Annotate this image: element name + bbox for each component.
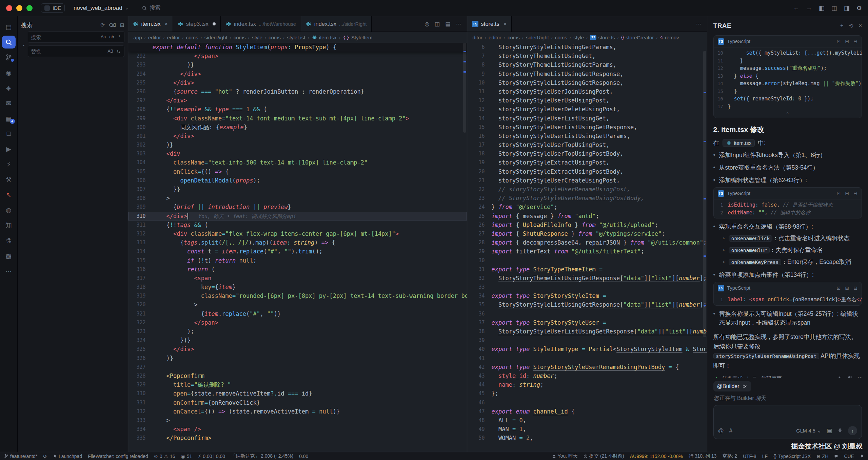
tab-index-tsx-hotwarehouse[interactable]: index.tsx .../hotWarehouse — [221, 16, 301, 32]
code-line[interactable]: 45}; — [467, 389, 707, 398]
code-changes-label[interactable]: 代码变更 — [761, 375, 782, 378]
code-line[interactable]: 15 } — [714, 88, 862, 95]
split-editor-icon[interactable]: ◫ — [435, 21, 440, 27]
code-line[interactable]: 306 openDetailModal(props); — [128, 176, 467, 185]
code-line[interactable]: 26import { UploadFileInfo } from "@/util… — [467, 221, 707, 229]
forward-button[interactable]: → — [806, 4, 812, 12]
code-line[interactable]: 296 {source === "hot" ? renderJoinButton… — [128, 87, 467, 96]
sidebar-item-tools[interactable]: ⚒ — [2, 173, 16, 186]
breadcrumb-item[interactable]: coms — [234, 35, 246, 40]
code-line[interactable]: 18 StoryStoryStyleUserTopUsingPostBody, — [467, 149, 707, 158]
problems-status[interactable]: ⊘0 ⚠16 — [154, 454, 175, 459]
code-line[interactable]: 318 key={item} — [128, 283, 467, 291]
sidebar-item-debug[interactable]: ◈ — [2, 81, 16, 94]
collapse-icon[interactable]: ⌃ — [714, 112, 862, 118]
comments-status[interactable] — [834, 454, 838, 458]
code-line[interactable]: 310 </div>You, 昨天 • feat: 调试好文风部分api — [128, 212, 467, 221]
code-line[interactable]: 39 — [467, 336, 707, 345]
code-line[interactable]: 42export type StoryStoryStyleUserRenameU… — [467, 363, 707, 371]
encoding-status[interactable]: UTF-8 — [743, 454, 756, 459]
match-case-toggle[interactable]: Aa — [100, 34, 107, 40]
editor-2[interactable]: 6 StoryStoryStyleListUsingGetParams,7 st… — [467, 43, 707, 452]
trae-conversation[interactable]: TS TypeScript ⊡ ⊞ ⊟ 10 set({ myStyleList… — [713, 33, 862, 378]
code-line[interactable]: 13 storyStoryStyleUserDeleteUsingPost, — [467, 105, 707, 114]
close-icon[interactable]: × — [859, 23, 862, 29]
code-line[interactable]: 292 </span> — [128, 52, 467, 60]
code-line[interactable]: 10 StoryStoryStyleListUsingGetResponse, — [467, 78, 707, 87]
sidebar-item-test[interactable]: ⚗ — [2, 234, 16, 247]
code-line[interactable]: 317 <span — [128, 274, 467, 283]
editor-1[interactable]: export default function StyleItem(props:… — [128, 43, 467, 452]
notifications-status[interactable] — [860, 454, 864, 458]
minimize-window-button[interactable] — [16, 5, 22, 11]
code-line[interactable]: 334 <span /> — [128, 425, 467, 434]
breadcrumb-item[interactable]: editor — [489, 35, 501, 40]
code-line[interactable]: 14 storyStoryStyleUserListUsingGet, — [467, 114, 707, 123]
builder-mode-chip[interactable]: @Builder — [713, 381, 751, 391]
close-icon[interactable]: × — [164, 21, 167, 27]
code-line[interactable]: 323 ); — [128, 327, 467, 336]
zoom-window-button[interactable] — [26, 5, 33, 11]
indentation-status[interactable]: 空格: 2 — [722, 453, 737, 459]
sidebar-item-run[interactable]: ▶ — [2, 142, 16, 155]
code-line[interactable]: 327 — [128, 363, 467, 371]
code-line[interactable]: 10 set({ myStyleList: [...get().myStyleL… — [714, 49, 862, 57]
code-line[interactable]: 315 if (!t) return null; — [128, 256, 467, 265]
file-chip[interactable]: item.tsx — [723, 139, 755, 147]
breadcrumb-item[interactable]: coms — [508, 35, 520, 40]
code-line[interactable]: 31export type StoryTypeThemeItem = — [467, 265, 707, 274]
chat-composer[interactable]: @ # GLM-4.5 ⌄ ▣ ↑ — [713, 405, 862, 439]
code-line[interactable]: 13 } else { — [714, 72, 862, 80]
code-line[interactable]: 302 )} — [128, 140, 467, 149]
code-line[interactable]: 38 StoryStoryStyleUserListUsingGetRespon… — [467, 327, 707, 336]
code-line[interactable]: 40export type StyleItemType = Partial<St… — [467, 345, 707, 353]
code-line[interactable]: 308 > — [128, 194, 467, 203]
search-input[interactable] — [31, 34, 98, 40]
code-line[interactable]: 33 — [467, 283, 707, 291]
code-line[interactable]: 27import { ShutuResponse } from "@/typin… — [467, 229, 707, 238]
code-line[interactable]: 333 > — [128, 416, 467, 425]
collapse-all-icon[interactable]: ⊟ — [120, 22, 124, 28]
breadcrumb-item[interactable]: coms — [269, 35, 281, 40]
code-area[interactable]: 292 </span>293 )}294 </div>295 </div>296… — [128, 52, 467, 452]
close-window-button[interactable] — [6, 5, 12, 11]
code-line[interactable]: 311 {!!tags && ( — [128, 221, 467, 229]
code-line[interactable]: 6 StoryStoryStyleListUsingGetParams, — [467, 43, 707, 52]
code-line[interactable]: 11 } — [714, 57, 862, 65]
open-in-editor-icon[interactable]: ⊟ — [853, 191, 857, 196]
code-line[interactable]: 335 </Popconfirm> — [128, 434, 467, 442]
eol-status[interactable]: LF — [762, 454, 768, 459]
open-in-editor-icon[interactable]: ⊟ — [853, 39, 857, 44]
tab-step3-tsx[interactable]: step3.tsx — [173, 16, 221, 32]
sidebar-item-power[interactable]: ⚡ — [2, 158, 16, 171]
code-line[interactable]: 312 <div className="flex flex-wrap items… — [128, 229, 467, 238]
code-line[interactable]: 44 name: string; — [467, 380, 707, 389]
code-line[interactable]: 41 — [467, 354, 707, 363]
sidebar-item-zhi[interactable]: 知 — [2, 219, 16, 232]
breadcrumb-symbol[interactable]: ❬❭ StyleItem — [343, 35, 373, 40]
chat-input[interactable] — [718, 409, 857, 426]
toggle-left-panel-button[interactable]: ◧ — [819, 4, 825, 12]
code-line[interactable]: 48 ALL = 0, — [467, 416, 707, 425]
image-attach-icon[interactable]: ▣ — [827, 427, 832, 434]
settings-gear-icon[interactable]: ⚙ — [856, 4, 862, 12]
code-line[interactable]: 12 storyStoryStyleUserUseUsingPost, — [467, 96, 707, 105]
toggle-replace-button[interactable]: ⌄ — [21, 31, 26, 57]
code-line[interactable]: 331 onConfirm={onRemoveClick} — [128, 398, 467, 407]
code-line[interactable]: 322 </span> — [128, 318, 467, 327]
refresh-icon[interactable]: ⟳ — [100, 22, 105, 28]
breadcrumb-symbol[interactable]: ◇ remov — [660, 35, 679, 40]
code-line[interactable]: 298 {!!example && type === 1 && ( — [128, 105, 467, 114]
close-icon[interactable]: × — [504, 21, 507, 27]
code-line[interactable]: 24} from "@/service"; — [467, 203, 707, 211]
code-line[interactable]: 303 <div — [128, 149, 467, 158]
code-line[interactable]: 21 storyStoryStyleUserCreateUsingPost, — [467, 176, 707, 185]
breadcrumb-item[interactable]: editor — [167, 35, 180, 40]
layout-icon[interactable]: ▤ — [445, 21, 450, 27]
editor-scrollbar[interactable] — [462, 43, 467, 452]
breadcrumb-item[interactable]: siderRight — [204, 35, 228, 40]
sidebar-item-preview[interactable]: ◉ — [2, 66, 16, 79]
breadcrumb-item[interactable]: ditor — [473, 35, 482, 40]
code-line[interactable]: 17 storyStoryStyleUserTopUsingPost, — [467, 140, 707, 149]
tab-index-tsx-siderright[interactable]: index.tsx .../siderRight — [301, 16, 372, 32]
